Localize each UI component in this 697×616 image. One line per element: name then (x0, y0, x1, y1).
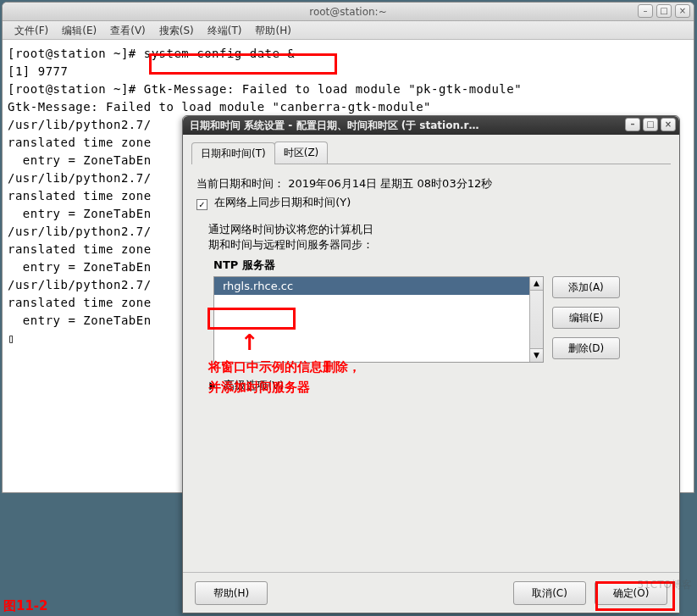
menu-help[interactable]: 帮助(H) (248, 21, 297, 39)
dialog-close-button[interactable]: × (661, 118, 676, 131)
dialog-titlebar: 日期和时间 系统设置 - 配置日期、时间和时区 (于 station.r… – … (183, 116, 679, 135)
current-datetime-value: 2019年06月14日 星期五 08时03分12秒 (288, 177, 492, 190)
delete-button[interactable]: 删除(D) (552, 337, 620, 359)
terminal-titlebar: root@station:~ – □ × (3, 3, 694, 21)
close-button[interactable]: × (675, 4, 690, 18)
add-button[interactable]: 添加(A) (552, 276, 620, 298)
dialog-tabs: 日期和时间(T) 时区(Z) (191, 142, 671, 164)
cancel-button[interactable]: 取消(C) (513, 581, 586, 605)
ntp-servers-label: NTP 服务器 (213, 258, 657, 273)
listbox-scrollbar[interactable]: ▲ ▼ (529, 277, 543, 362)
dialog-minimize-button[interactable]: – (625, 118, 640, 131)
menu-search[interactable]: 搜索(S) (152, 21, 201, 39)
minimize-button[interactable]: – (638, 4, 653, 18)
tab-timezone[interactable]: 时区(Z) (274, 142, 329, 164)
menu-edit[interactable]: 编辑(E) (55, 21, 103, 39)
annotation-arrow-icon: ↑ (241, 330, 259, 355)
current-datetime-row: 当前日期和时间： 2019年06月14日 星期五 08时03分12秒 (196, 176, 666, 191)
scroll-down-button[interactable]: ▼ (530, 348, 543, 362)
ntp-server-item[interactable]: rhgls.rhce.cc (214, 277, 529, 295)
watermark: 51CTO博客 (638, 578, 692, 592)
tab-datetime[interactable]: 日期和时间(T) (191, 142, 275, 164)
sync-row: ✓ 在网络上同步日期和时间(Y) (196, 195, 666, 210)
sync-description: 通过网络时间协议将您的计算机日 期和时间与远程时间服务器同步： (208, 222, 666, 253)
dialog-footer: 帮助(H) 取消(C) 确定(O) (183, 572, 679, 613)
menu-terminal[interactable]: 终端(T) (201, 21, 249, 39)
datetime-dialog: 日期和时间 系统设置 - 配置日期、时间和时区 (于 station.r… – … (182, 115, 680, 613)
menu-file[interactable]: 文件(F) (8, 21, 55, 39)
sync-checkbox-label: 在网络上同步日期和时间(Y) (214, 196, 351, 208)
dialog-title: 日期和时间 系统设置 - 配置日期、时间和时区 (于 station.r… (190, 119, 478, 131)
scroll-up-button[interactable]: ▲ (530, 277, 543, 291)
current-datetime-label: 当前日期和时间： (196, 177, 285, 190)
ntp-server-listbox[interactable]: rhgls.rhce.cc ▲ ▼ (213, 276, 544, 363)
annotation-text: 将窗口中示例的信息删除， 并添加时间服务器 (208, 357, 361, 397)
terminal-title: root@station:~ (309, 6, 386, 18)
sync-checkbox[interactable]: ✓ (196, 199, 207, 210)
help-button[interactable]: 帮助(H) (195, 581, 268, 605)
figure-label: 图11-2 (3, 598, 48, 614)
edit-button[interactable]: 编辑(E) (552, 307, 620, 329)
dialog-maximize-button[interactable]: □ (643, 118, 658, 131)
terminal-menubar: 文件(F) 编辑(E) 查看(V) 搜索(S) 终端(T) 帮助(H) (3, 21, 694, 40)
menu-view[interactable]: 查看(V) (103, 21, 152, 39)
maximize-button[interactable]: □ (656, 4, 672, 18)
